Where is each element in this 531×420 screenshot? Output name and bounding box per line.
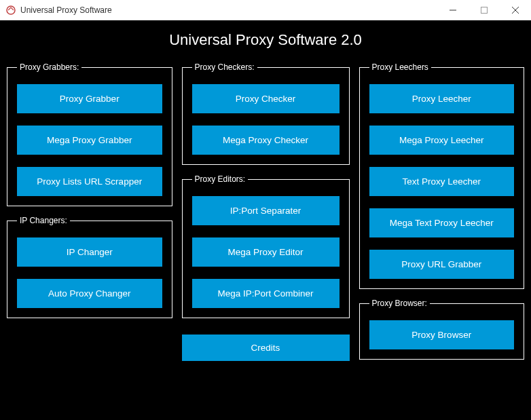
column-middle: Proxy Checkers: Proxy Checker Mega Proxy… [182,62,350,413]
group-proxy-checkers: Proxy Checkers: Proxy Checker Mega Proxy… [182,62,350,165]
legend-proxy-editors: Proxy Editors: [192,174,249,184]
auto-proxy-changer-button[interactable]: Auto Proxy Changer [17,279,162,308]
mega-ip-port-combiner-button[interactable]: Mega IP:Port Combiner [192,279,340,308]
proxy-grabber-button[interactable]: Proxy Grabber [17,84,162,113]
mega-proxy-leecher-button[interactable]: Mega Proxy Leecher [369,126,515,155]
proxy-url-grabber-button[interactable]: Proxy URL Grabber [369,250,515,279]
window-controls [437,0,531,20]
main-columns: Proxy Grabbers: Proxy Grabber Mega Proxy… [7,62,524,413]
ip-changer-button[interactable]: IP Changer [17,237,162,267]
proxy-leecher-button[interactable]: Proxy Leecher [369,84,515,113]
legend-proxy-browser: Proxy Browser: [369,299,430,308]
proxy-browser-button[interactable]: Proxy Browser [369,320,515,349]
close-button[interactable] [500,0,531,20]
legend-proxy-grabbers: Proxy Grabbers: [17,62,81,72]
group-ip-changers: IP Changers: IP Changer Auto Proxy Chang… [7,216,172,318]
group-proxy-grabbers: Proxy Grabbers: Proxy Grabber Mega Proxy… [7,62,172,206]
column-right: Proxy Leechers Proxy Leecher Mega Proxy … [359,62,525,413]
window-title: Universal Proxy Software [20,5,437,15]
minimize-button[interactable] [437,0,469,20]
credits-button[interactable]: Credits [182,335,350,361]
text-proxy-leecher-button[interactable]: Text Proxy Leecher [369,167,515,196]
app-body: Universal Proxy Software 2.0 Proxy Grabb… [0,20,531,420]
proxy-lists-url-scrapper-button[interactable]: Proxy Lists URL Scrapper [17,167,162,196]
app-title: Universal Proxy Software 2.0 [7,31,524,49]
proxy-checker-button[interactable]: Proxy Checker [192,84,340,113]
footer-row: Credits [182,335,350,361]
mega-proxy-checker-button[interactable]: Mega Proxy Checker [192,126,340,155]
ip-port-separater-button[interactable]: IP:Port Separater [192,196,340,225]
mega-text-proxy-leecher-button[interactable]: Mega Text Proxy Leecher [369,208,515,237]
maximize-button[interactable] [469,0,500,20]
mega-proxy-grabber-button[interactable]: Mega Proxy Grabber [17,126,162,155]
legend-proxy-leechers: Proxy Leechers [369,62,431,72]
window-titlebar: Universal Proxy Software [0,0,531,20]
legend-ip-changers: IP Changers: [17,216,70,225]
group-proxy-leechers: Proxy Leechers Proxy Leecher Mega Proxy … [359,62,525,289]
legend-proxy-checkers: Proxy Checkers: [192,62,257,72]
mega-proxy-editor-button[interactable]: Mega Proxy Editor [192,237,340,267]
svg-rect-2 [481,7,488,13]
column-left: Proxy Grabbers: Proxy Grabber Mega Proxy… [7,62,172,413]
group-proxy-editors: Proxy Editors: IP:Port Separater Mega Pr… [182,174,350,318]
app-icon [5,5,16,16]
group-proxy-browser: Proxy Browser: Proxy Browser [359,299,525,360]
